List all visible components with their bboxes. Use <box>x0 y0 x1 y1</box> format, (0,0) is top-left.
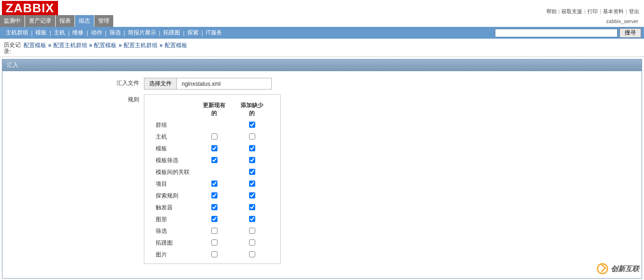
history-label: 历史记录: <box>4 41 24 55</box>
rule-name: 主机 <box>150 131 195 143</box>
primary-nav: 监测中资产记录报表组态管理 <box>0 15 114 27</box>
rules-label: 规则 <box>111 94 139 104</box>
top-link[interactable]: 帮助 <box>546 8 557 14</box>
add-missing-checkbox[interactable] <box>249 228 255 234</box>
table-row: 模板 <box>150 143 271 155</box>
table-row: 模板间的关联 <box>150 166 271 178</box>
watermark-text: 创新互联 <box>611 264 639 273</box>
rules-box: 更新现有的添加缺少的 群组主机模板模板筛选模板间的关联项目探索规则触发器图形筛选… <box>144 94 281 264</box>
nav2-item[interactable]: 简报片展示 <box>125 28 159 38</box>
nav1-tab[interactable]: 监测中 <box>0 15 25 27</box>
watermark: 创新互联 <box>597 263 639 274</box>
rule-name: 图形 <box>150 214 195 225</box>
table-row: 筛选 <box>150 225 271 237</box>
rule-name: 筛选 <box>150 225 195 237</box>
breadcrumb-item[interactable]: 配置模板 <box>165 42 187 49</box>
nav2-item[interactable]: 主机群组 <box>3 28 31 38</box>
table-row: 探索规则 <box>150 190 271 202</box>
update-existing-checkbox[interactable] <box>211 157 217 163</box>
server-label: zabbix_server <box>606 18 644 24</box>
add-missing-checkbox[interactable] <box>249 192 255 198</box>
choose-file-button[interactable]: 选择文件 <box>144 78 177 89</box>
rules-col-header: 添加缺少的 <box>233 99 271 119</box>
breadcrumb-item[interactable]: 配置模板 <box>24 42 46 49</box>
add-missing-checkbox[interactable] <box>249 216 255 222</box>
add-missing-checkbox[interactable] <box>249 169 255 175</box>
add-missing-checkbox[interactable] <box>249 133 255 140</box>
add-missing-checkbox[interactable] <box>249 239 255 246</box>
panel-title: 汇入 <box>2 59 642 71</box>
search-input[interactable] <box>495 29 618 37</box>
nav2-item[interactable]: 维修 <box>69 28 86 38</box>
add-missing-checkbox[interactable] <box>249 251 255 257</box>
top-link[interactable]: 登出 <box>629 8 639 14</box>
table-row: 模板筛选 <box>150 155 271 166</box>
breadcrumb-item[interactable]: 配置模板 <box>94 42 117 49</box>
nav2-item[interactable]: 模板 <box>33 28 50 38</box>
nav2-item[interactable]: IT服务 <box>203 28 225 38</box>
selected-file-name: nginxstatus.xml <box>177 79 271 89</box>
rule-name: 图片 <box>150 249 195 261</box>
update-existing-checkbox[interactable] <box>211 133 217 140</box>
rules-col-header <box>150 99 195 119</box>
update-existing-checkbox[interactable] <box>211 204 217 210</box>
breadcrumb-item[interactable]: 配置主机群组 <box>53 42 87 49</box>
add-missing-checkbox[interactable] <box>249 157 255 163</box>
rule-name: 拓蹼图 <box>150 237 195 249</box>
nav2-item[interactable]: 主机 <box>51 28 68 38</box>
rule-name: 探索规则 <box>150 190 195 202</box>
nav1-tab[interactable]: 管理 <box>94 15 113 27</box>
secondary-nav: 主机群组|模板|主机|维修|动作|筛选|简报片展示|拓蹼图|探索|IT服务 <box>3 28 225 38</box>
top-link[interactable]: 获取支援 <box>561 8 582 14</box>
update-existing-checkbox[interactable] <box>211 216 217 222</box>
add-missing-checkbox[interactable] <box>249 204 255 210</box>
update-existing-checkbox[interactable] <box>211 239 217 246</box>
import-panel: 汇入 汇入文件 选择文件 nginxstatus.xml 规则 更新现有的添加缺… <box>2 59 642 279</box>
update-existing-checkbox[interactable] <box>211 181 217 187</box>
add-missing-checkbox[interactable] <box>249 181 255 187</box>
rule-name: 模板间的关联 <box>150 166 195 178</box>
add-missing-checkbox[interactable] <box>249 145 255 151</box>
breadcrumb: 配置模板»配置主机群组»配置模板»配置主机群组»配置模板 <box>24 41 187 49</box>
app-logo: ZABBIX <box>2 1 58 15</box>
nav2-item[interactable]: 筛选 <box>107 28 124 38</box>
file-label: 汇入文件 <box>111 78 139 87</box>
update-existing-checkbox[interactable] <box>211 145 217 151</box>
table-row: 群组 <box>150 119 271 131</box>
nav2-item[interactable]: 动作 <box>88 28 105 38</box>
table-row: 图片 <box>150 249 271 261</box>
rule-name: 群组 <box>150 119 195 131</box>
top-link[interactable]: 基本资料 <box>603 8 624 14</box>
table-row: 触发器 <box>150 202 271 214</box>
nav1-tab[interactable]: 组态 <box>75 15 94 27</box>
watermark-icon <box>597 263 608 274</box>
rule-name: 模板筛选 <box>150 155 195 166</box>
update-existing-checkbox[interactable] <box>211 228 217 234</box>
table-row: 拓蹼图 <box>150 237 271 249</box>
nav2-item[interactable]: 探索 <box>184 28 201 38</box>
rule-name: 触发器 <box>150 202 195 214</box>
add-missing-checkbox[interactable] <box>249 122 255 128</box>
table-row: 项目 <box>150 178 271 190</box>
table-row: 图形 <box>150 214 271 225</box>
breadcrumb-item[interactable]: 配置主机群组 <box>124 42 158 49</box>
top-link[interactable]: 打印 <box>587 8 598 14</box>
search-button[interactable]: 搜寻 <box>619 28 641 38</box>
table-row: 主机 <box>150 131 271 143</box>
nav1-tab[interactable]: 资产记录 <box>25 15 55 27</box>
rules-table: 更新现有的添加缺少的 群组主机模板模板筛选模板间的关联项目探索规则触发器图形筛选… <box>150 99 271 261</box>
rule-name: 项目 <box>150 178 195 190</box>
file-selector[interactable]: 选择文件 nginxstatus.xml <box>144 78 272 90</box>
top-links: 帮助|获取支援|打印|基本资料|登出 <box>546 8 639 15</box>
nav2-item[interactable]: 拓蹼图 <box>160 28 183 38</box>
rule-name: 模板 <box>150 143 195 155</box>
rules-col-header: 更新现有的 <box>195 99 233 119</box>
nav1-tab[interactable]: 报表 <box>56 15 75 27</box>
update-existing-checkbox[interactable] <box>211 251 217 257</box>
update-existing-checkbox[interactable] <box>211 192 217 198</box>
